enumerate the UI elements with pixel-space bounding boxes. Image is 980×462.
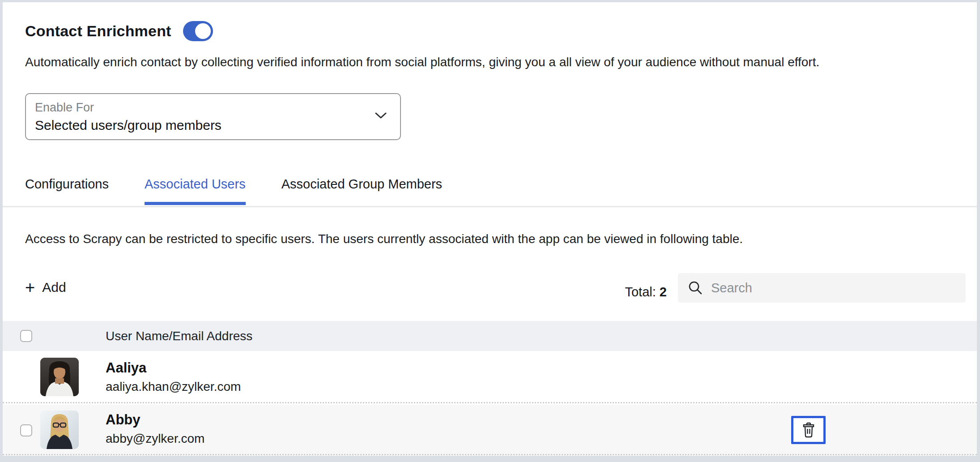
plus-icon: +	[25, 281, 35, 294]
page-description: Automatically enrich contact by collecti…	[25, 55, 819, 69]
enable-for-value: Selected users/group members	[35, 118, 222, 133]
panel-description: Access to Scrapy can be restricted to sp…	[25, 232, 743, 246]
table-header: User Name/Email Address	[3, 321, 977, 351]
enable-for-label: Enable For	[35, 101, 94, 115]
contact-enrichment-toggle[interactable]	[183, 21, 213, 41]
chevron-down-icon	[374, 111, 388, 120]
page-title: Contact Enrichment	[25, 22, 171, 40]
table-row[interactable]: Abby abby@zylker.com	[3, 405, 977, 455]
toggle-knob-icon	[195, 23, 211, 39]
user-email: aaliya.khan@zylker.com	[106, 380, 241, 394]
avatar	[40, 411, 79, 449]
contact-enrichment-page: Contact Enrichment Automatically enrich …	[0, 0, 980, 462]
add-button-label: Add	[42, 280, 66, 295]
search-input[interactable]	[711, 281, 956, 295]
row-checkbox[interactable]	[20, 424, 32, 436]
search-box	[678, 273, 966, 303]
page-header: Contact Enrichment	[25, 21, 213, 41]
trash-icon	[801, 422, 816, 438]
tab-bar: Configurations Associated Users Associat…	[25, 177, 442, 205]
column-header-username-email: User Name/Email Address	[106, 329, 252, 343]
enable-for-dropdown[interactable]: Enable For Selected users/group members	[25, 93, 401, 140]
total-count: Total: 2	[625, 285, 667, 299]
delete-user-button[interactable]	[791, 416, 826, 444]
total-value: 2	[660, 285, 667, 299]
user-name: Abby	[106, 412, 141, 428]
avatar	[40, 358, 79, 396]
tabs-divider	[3, 206, 977, 207]
total-label: Total:	[625, 285, 656, 299]
search-icon	[688, 280, 703, 295]
tab-associated-users[interactable]: Associated Users	[145, 177, 246, 205]
add-user-button[interactable]: + Add	[25, 280, 66, 295]
select-all-checkbox[interactable]	[20, 330, 32, 342]
tab-associated-group-members[interactable]: Associated Group Members	[281, 177, 442, 205]
tab-configurations[interactable]: Configurations	[25, 177, 109, 205]
user-email: abby@zylker.com	[106, 432, 205, 446]
user-name: Aaliya	[106, 360, 146, 376]
table-row[interactable]: Aaliya aaliya.khan@zylker.com	[3, 351, 977, 403]
